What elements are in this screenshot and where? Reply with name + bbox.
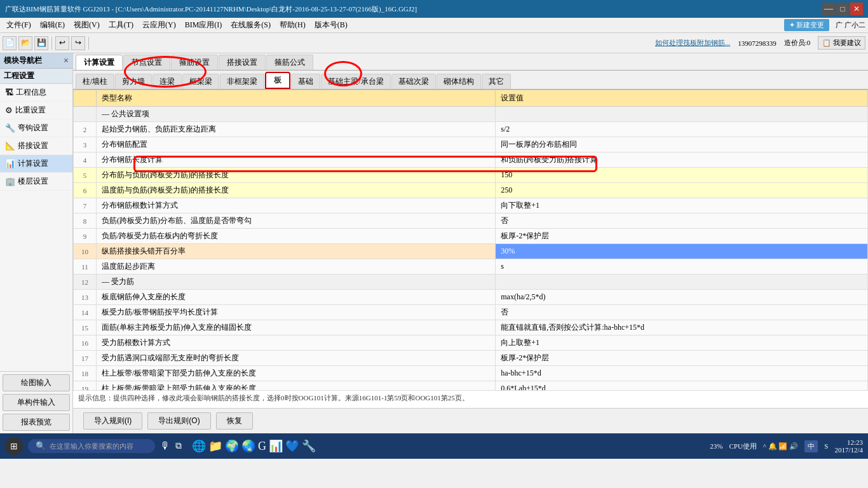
table-row[interactable]: 7 分布钢筋根数计算方式 向下取整+1 (74, 198, 868, 214)
help-link[interactable]: 如何处理筏板附加钢筋... (655, 38, 730, 48)
new-icon[interactable]: 📄 (3, 36, 17, 50)
tab-stirrup-settings[interactable]: 箍筋设置 (171, 55, 218, 70)
table-row[interactable]: 8 负筋(跨板受力筋)分布筋、温度筋是否带弯勾 否 (74, 214, 868, 229)
draw-input-button[interactable]: 绘图输入 (3, 374, 70, 391)
row-value[interactable]: 板厚-2*保护层 (496, 351, 868, 366)
report-preview-button[interactable]: 报表预览 (3, 414, 70, 431)
tab-stirrup-formula[interactable]: 箍筋公式 (266, 55, 313, 70)
table-row[interactable]: 18 柱上板带/板带暗梁下部受力筋伸入支座的长度 ha-bhc+15*d (74, 366, 868, 381)
tab-shear-wall[interactable]: 剪力墙 (115, 74, 152, 89)
table-row[interactable]: 5 分布筋与负筋(跨板受力筋)的搭接长度 150 (74, 168, 868, 183)
row-value[interactable]: ha-bhc+15*d (496, 366, 868, 381)
row-value[interactable]: 同一板厚的分布筋相同 (496, 137, 868, 152)
maximize-button[interactable]: □ (836, 3, 849, 15)
row-value[interactable]: s/2 (496, 122, 868, 137)
menu-cloud[interactable]: 云应用(Y) (139, 18, 180, 32)
export-rules-button[interactable]: 导出规则(O) (147, 412, 210, 430)
mic-icon[interactable]: 🎙 (160, 440, 170, 452)
tab-other[interactable]: 其它 (482, 74, 511, 89)
tab-coupling-beam[interactable]: 连梁 (153, 74, 182, 89)
row-value[interactable] (496, 107, 868, 122)
explorer-icon[interactable]: 📁 (208, 439, 222, 453)
sidebar-item-calc[interactable]: 📊 计算设置 (0, 155, 72, 173)
menu-version[interactable]: 版本号(B) (311, 18, 351, 32)
row-value[interactable]: 向上取整+1 (496, 336, 868, 351)
tab-foundation[interactable]: 基础 (291, 74, 320, 89)
row-value[interactable]: 和负筋(跨板受力筋)搭接计算 (496, 152, 868, 168)
sidebar-close-icon[interactable]: × (64, 56, 69, 66)
table-row[interactable]: 4 分布钢筋长度计算 和负筋(跨板受力筋)搭接计算 (74, 152, 868, 168)
tab-node-settings[interactable]: 节点设置 (123, 55, 170, 70)
tab-frame-beam[interactable]: 框架梁 (182, 74, 219, 89)
table-row[interactable]: 6 温度筋与负筋(跨板受力筋)的搭接长度 250 (74, 183, 868, 198)
row-value[interactable]: 否 (496, 305, 868, 320)
tab-splice-settings[interactable]: 搭接设置 (219, 55, 266, 70)
tool-icon[interactable]: 🔧 (302, 439, 316, 453)
table-row[interactable]: 10 纵筋搭接接头错开百分率 30% (74, 244, 868, 259)
row-value[interactable]: 否 (496, 214, 868, 229)
tab-calc-settings[interactable]: 计算设置 (76, 55, 123, 70)
search-box[interactable]: 🔍 在这里输入你要搜索的内容 (28, 439, 155, 453)
menu-help[interactable]: 帮助(H) (276, 18, 309, 32)
register-button[interactable]: 📋 我要建议 (818, 36, 865, 50)
table-row[interactable]: 19 柱上板带/板带暗梁上部受力筋伸入支座的长度 0.6*Lab+15*d (74, 381, 868, 391)
taskview-icon[interactable]: ⧉ (175, 441, 182, 451)
tab-foundation-sec-beam[interactable]: 基础次梁 (391, 74, 436, 89)
row-value[interactable]: 能直锚就直锚,否则按公式计算:ha-bhc+15*d (496, 320, 868, 336)
table-row[interactable]: — 公共设置项 (74, 107, 868, 122)
menu-edit[interactable]: 编辑(E) (36, 18, 69, 32)
tab-masonry[interactable]: 砌体结构 (437, 74, 481, 89)
tab-slab[interactable]: 板 (265, 72, 290, 89)
new-change-button[interactable]: ✦ 新建变更 (784, 19, 830, 31)
row-value[interactable]: 向下取整+1 (496, 198, 868, 214)
orange-app-icon[interactable]: 📊 (269, 439, 283, 453)
table-row[interactable]: 17 受力筋遇洞口或端部无支座时的弯折长度 板厚-2*保护层 (74, 351, 868, 366)
row-value[interactable]: 0.6*Lab+15*d (496, 381, 868, 391)
menu-online[interactable]: 在线服务(S) (227, 18, 275, 32)
g-icon[interactable]: G (258, 440, 266, 453)
table-container[interactable]: 类型名称 设置值 — 公共设置项 2 起始受力钢筋、负筋距支座边距离 s/2 3… (73, 90, 868, 390)
sidebar-item-splice[interactable]: 📐 搭接设置 (0, 137, 72, 155)
restore-button[interactable]: 恢复 (216, 412, 253, 430)
table-row[interactable]: 11 温度筋起步距离 s (74, 259, 868, 274)
table-row[interactable]: 2 起始受力钢筋、负筋距支座边距离 s/2 (74, 122, 868, 137)
table-row[interactable]: 12 — 受力筋 (74, 274, 868, 290)
table-row[interactable]: 3 分布钢筋配置 同一板厚的分布筋相同 (74, 137, 868, 152)
sidebar-item-engineering[interactable]: 🏗 工程信息 (0, 84, 72, 102)
ie-icon[interactable]: 🌍 (225, 439, 239, 453)
open-icon[interactable]: 📂 (18, 36, 32, 50)
table-row[interactable]: 14 板受力筋/板带钢筋按平均长度计算 否 (74, 305, 868, 320)
tab-non-frame-beam[interactable]: 非框架梁 (220, 74, 264, 89)
menu-tools[interactable]: 工具(T) (105, 18, 137, 32)
edge-icon[interactable]: 🌐 (192, 439, 206, 453)
menu-view[interactable]: 视图(V) (70, 18, 104, 32)
table-row[interactable]: 9 负筋/跨板受力筋在板内的弯折长度 板厚-2*保护层 (74, 229, 868, 244)
sidebar-item-hook[interactable]: 🔧 弯钩设置 (0, 119, 72, 137)
windows-icon[interactable]: ⊞ (5, 437, 23, 455)
save-icon[interactable]: 💾 (34, 36, 48, 50)
menu-file[interactable]: 文件(F) (3, 18, 35, 32)
table-row[interactable]: 15 面筋(单标主跨板受力筋)伸入支座的锚固长度 能直锚就直锚,否则按公式计算:… (74, 320, 868, 336)
minimize-button[interactable]: — (822, 3, 835, 15)
row-value[interactable]: 150 (496, 168, 868, 183)
row-value[interactable]: 板厚-2*保护层 (496, 229, 868, 244)
table-row[interactable]: 16 受力筋根数计算方式 向上取整+1 (74, 336, 868, 351)
row-value[interactable] (496, 274, 868, 290)
table-row[interactable]: 13 板底钢筋伸入支座的长度 max(ha/2,5*d) (74, 290, 868, 305)
row-value[interactable]: s (496, 259, 868, 274)
earth-icon[interactable]: 🌏 (241, 439, 255, 453)
row-value[interactable]: 30% (496, 244, 868, 259)
sidebar-item-weight[interactable]: ⚙ 比重设置 (0, 102, 72, 119)
close-button[interactable]: ✕ (850, 3, 863, 15)
menu-bim[interactable]: BIM应用(I) (181, 18, 226, 32)
row-value[interactable]: max(ha/2,5*d) (496, 290, 868, 305)
redo-icon[interactable]: ↪ (71, 36, 85, 50)
undo-icon[interactable]: ↩ (55, 36, 69, 50)
row-value[interactable]: 250 (496, 183, 868, 198)
single-part-button[interactable]: 单构件输入 (3, 394, 70, 411)
import-rules-button[interactable]: 导入规则(I) (83, 412, 142, 430)
blue-app-icon[interactable]: 💙 (285, 439, 299, 453)
lang-indicator[interactable]: 中 (804, 440, 818, 452)
sidebar-item-floor[interactable]: 🏢 楼层设置 (0, 173, 72, 191)
tab-foundation-main-beam[interactable]: 基础主梁/承台梁 (321, 74, 390, 89)
